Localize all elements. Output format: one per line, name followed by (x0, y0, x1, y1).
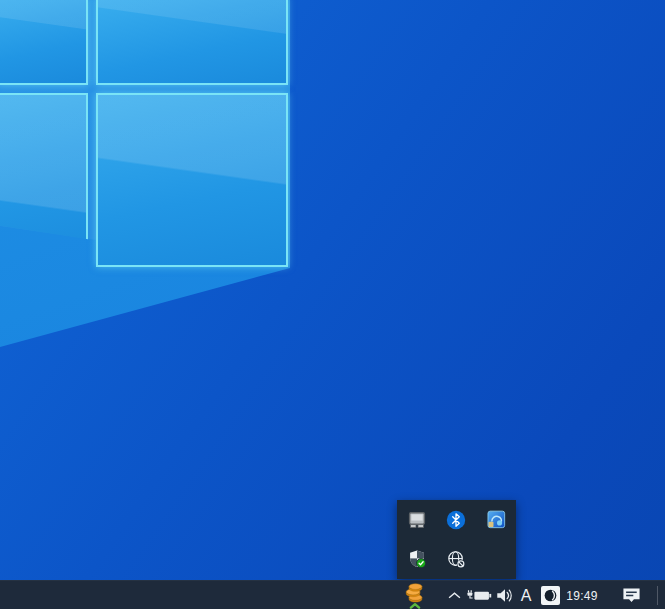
volume-button[interactable] (493, 581, 516, 609)
blue-app-icon (487, 510, 506, 529)
volume-icon (495, 587, 515, 604)
taskbar: A 19:49 (0, 580, 665, 609)
action-center-icon (621, 586, 642, 605)
touchpad-tray-icon[interactable] (397, 500, 437, 540)
battery-status-button[interactable] (465, 581, 493, 609)
action-center-button[interactable] (615, 581, 647, 609)
globe-offline-icon (446, 549, 467, 570)
blue-app-tray-icon[interactable] (476, 500, 516, 540)
hidden-icons-flyout (397, 500, 516, 579)
security-shield-icon (407, 549, 427, 569)
ime-language-label: A (521, 587, 532, 605)
taskbar-clock[interactable]: 19:49 (560, 581, 604, 609)
show-hidden-icons-button[interactable] (443, 581, 465, 609)
ime-mode-icon (541, 586, 560, 605)
bluetooth-tray-icon[interactable] (437, 500, 477, 540)
desktop[interactable]: A 19:49 (0, 0, 665, 609)
ime-language-indicator[interactable]: A (516, 581, 536, 609)
logo-pane-top-left (0, 0, 88, 85)
security-shield-tray-icon[interactable] (397, 540, 437, 580)
coins-app-icon (403, 583, 427, 609)
coins-app-tray-icon[interactable] (402, 581, 428, 609)
clock-time: 19:49 (566, 589, 598, 603)
flyout-empty-cell (476, 540, 516, 580)
show-desktop-button[interactable] (657, 586, 665, 605)
bluetooth-icon (446, 510, 466, 530)
battery-charging-icon (466, 587, 493, 604)
network-offline-tray-icon[interactable] (437, 540, 477, 580)
ime-mode-button[interactable] (538, 581, 562, 609)
chevron-up-icon (447, 591, 462, 600)
logo-pane-bottom-right (96, 93, 288, 267)
logo-pane-top-right (96, 0, 288, 85)
touchpad-icon (407, 510, 427, 530)
